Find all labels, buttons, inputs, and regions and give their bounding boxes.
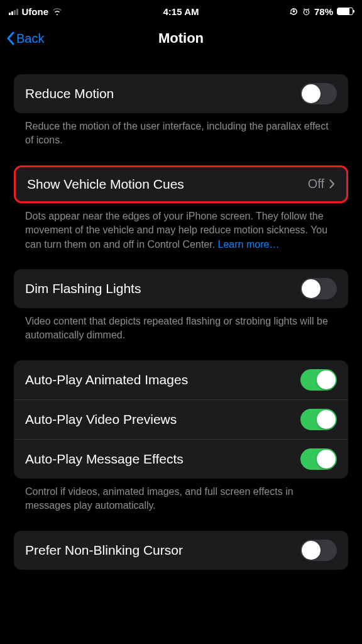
cell-label: Dim Flashing Lights (25, 281, 141, 296)
cell-label: Prefer Non-Blinking Cursor (25, 543, 183, 558)
footer-dim-flashing: Video content that depicts repeated flas… (14, 308, 348, 343)
toggle-reduce-motion[interactable] (300, 83, 337, 104)
cellular-signal-icon (9, 8, 18, 15)
cell-reduce-motion[interactable]: Reduce Motion (14, 74, 348, 113)
footer-vehicle-cues: Dots appear near the edges of your iPhon… (14, 203, 348, 252)
svg-rect-0 (293, 10, 295, 12)
page-title: Motion (158, 30, 204, 47)
cell-autoplay-animated-images[interactable]: Auto-Play Animated Images (14, 360, 348, 399)
footer-reduce-motion: Reduce the motion of the user interface,… (14, 113, 348, 148)
footer-autoplay: Control if videos, animated images, and … (14, 479, 348, 513)
status-bar: Ufone 4:15 AM 78% (0, 0, 362, 23)
group-vehicle-cues: Show Vehicle Motion Cues Off Dots appear… (14, 165, 348, 252)
cell-vehicle-motion-cues[interactable]: Show Vehicle Motion Cues Off (16, 167, 346, 201)
navigation-bar: Back Motion (0, 23, 362, 54)
battery-percent: 78% (314, 6, 333, 17)
group-cursor: Prefer Non-Blinking Cursor (14, 531, 348, 570)
chevron-left-icon (6, 31, 15, 45)
group-autoplay: Auto-Play Animated Images Auto-Play Vide… (14, 360, 348, 513)
settings-content: Reduce Motion Reduce the motion of the u… (0, 54, 362, 570)
cell-label: Auto-Play Message Effects (25, 452, 184, 467)
battery-icon (337, 8, 353, 15)
footer-text-pre: Dots appear near the edges of your iPhon… (25, 211, 327, 250)
back-label: Back (16, 31, 44, 46)
toggle-autoplay-images[interactable] (300, 369, 337, 391)
group-dim-flashing: Dim Flashing Lights Video content that d… (14, 269, 348, 343)
toggle-non-blinking-cursor[interactable] (300, 540, 337, 561)
cell-autoplay-message-effects[interactable]: Auto-Play Message Effects (14, 439, 348, 479)
toggle-dim-flashing[interactable] (300, 278, 337, 299)
learn-more-link[interactable]: Learn more… (218, 239, 280, 250)
carrier-label: Ufone (22, 6, 49, 17)
wifi-icon (52, 8, 62, 15)
cell-prefer-non-blinking-cursor[interactable]: Prefer Non-Blinking Cursor (14, 531, 348, 570)
cell-label: Reduce Motion (25, 86, 114, 101)
cell-autoplay-video-previews[interactable]: Auto-Play Video Previews (14, 399, 348, 439)
toggle-autoplay-message[interactable] (300, 448, 337, 470)
back-button[interactable]: Back (6, 31, 44, 46)
cell-dim-flashing-lights[interactable]: Dim Flashing Lights (14, 269, 348, 308)
cell-label: Auto-Play Animated Images (25, 372, 188, 387)
group-reduce-motion: Reduce Motion Reduce the motion of the u… (14, 74, 348, 148)
cell-label: Show Vehicle Motion Cues (27, 177, 184, 192)
chevron-right-icon (329, 179, 335, 189)
status-time: 4:15 AM (163, 6, 199, 17)
cell-value: Off (308, 177, 324, 191)
rotation-lock-icon (289, 7, 299, 16)
cell-label: Auto-Play Video Previews (25, 412, 177, 427)
alarm-icon (302, 8, 310, 16)
toggle-autoplay-video[interactable] (300, 409, 337, 430)
